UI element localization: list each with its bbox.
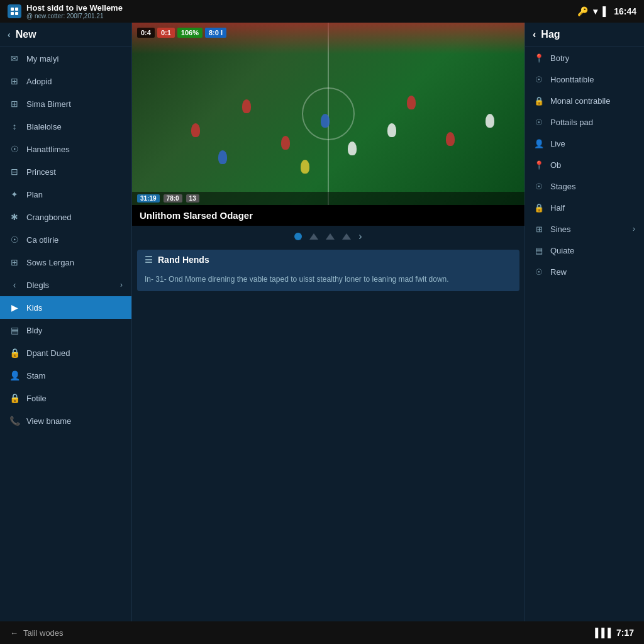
sidebar-item-icon-10: ‹ <box>9 279 20 291</box>
sidebar-item-icon-7: ✱ <box>9 211 20 223</box>
sidebar-item-label-16: View bname <box>26 416 123 426</box>
sidebar-item-icon-5: ⊟ <box>9 166 20 177</box>
sidebar-item-5[interactable]: ⊟ Princest <box>0 160 131 183</box>
back-chevron[interactable]: ‹ <box>8 30 11 40</box>
host-icon <box>8 4 21 18</box>
sidebar-item-icon-0: ✉ <box>9 53 20 64</box>
sidebar-item-9[interactable]: ⊞ Sows Lergan <box>0 251 131 274</box>
sidebar-item-label-3: Blalelolse <box>26 122 123 131</box>
video-title: Unlithom Slarsed Odager <box>140 210 253 221</box>
right-back-chevron[interactable]: ‹ <box>533 29 536 40</box>
timer-badge-1: 31:19 <box>137 194 160 203</box>
right-item-label-8: Sines <box>550 225 626 234</box>
sidebar-item-12[interactable]: ▤ Bldy <box>0 319 131 341</box>
sidebar-item-label-11: Kids <box>26 303 123 313</box>
sidebar-item-icon-8: ☉ <box>9 234 20 245</box>
sidebar-item-4[interactable]: ☉ Hanattlimes <box>0 138 131 160</box>
sidebar-item-16[interactable]: 📞 View bname <box>0 409 131 432</box>
right-item-3[interactable]: ☉ Pottails pad <box>525 111 644 133</box>
right-item-icon-5: 📍 <box>534 160 544 170</box>
signal-icon: ▌ <box>602 6 609 16</box>
left-sidebar: ‹ New ✉ My malyi ⊞ Adopid ⊞ Sima Bimert … <box>0 23 132 621</box>
host-info: Host sidd to ive Welleme @ new.cotter: 2… <box>26 3 123 19</box>
player-11 <box>486 114 494 128</box>
key-icon: 🔑 <box>577 6 588 16</box>
score-1: 0:4 <box>137 28 155 38</box>
sidebar-item-8[interactable]: ☉ Ca otlirie <box>0 228 131 251</box>
sidebar-item-1[interactable]: ⊞ Adopid <box>0 70 131 92</box>
player-1 <box>191 123 200 137</box>
main-layout: ‹ New ✉ My malyi ⊞ Adopid ⊞ Sima Bimert … <box>0 23 644 621</box>
right-item-icon-7: 🔒 <box>534 203 544 213</box>
right-item-icon-4: 👤 <box>534 138 544 148</box>
right-item-2[interactable]: 🔒 Monal contrabile <box>525 90 644 111</box>
right-item-icon-3: ☉ <box>534 117 544 127</box>
sidebar-item-6[interactable]: ✦ Plan <box>0 183 131 206</box>
sidebar-item-11[interactable]: ▶ Kids <box>0 296 131 319</box>
sidebar-item-15[interactable]: 🔒 Fotile <box>0 387 131 409</box>
bottom-time: 7:17 <box>616 628 634 638</box>
right-item-chevron-8: › <box>633 225 635 233</box>
content-item-icon: ☰ <box>145 255 153 265</box>
right-sidebar-items: 📍 Botry ☉ Hoonttatible 🔒 Monal contrabil… <box>525 47 644 282</box>
player-8 <box>407 96 416 109</box>
sidebar-item-13[interactable]: 🔒 Dpant Dued <box>0 341 131 364</box>
content-item-body: In- 31- Ond Mome direning the vable tape… <box>137 270 519 291</box>
score-3: 106% <box>177 28 203 38</box>
right-item-1[interactable]: ☉ Hoonttatible <box>525 69 644 90</box>
video-wrapper: 0:4 0:1 106% 8:0 I 31:19 78:0 13 Unlitho… <box>132 23 525 226</box>
right-item-0[interactable]: 📍 Botry <box>525 47 644 69</box>
sidebar-item-icon-9: ⊞ <box>9 257 20 268</box>
carousel-dot-1[interactable] <box>294 233 302 240</box>
right-item-9[interactable]: ▤ Quiate <box>525 240 644 261</box>
right-item-7[interactable]: 🔒 Half <box>525 197 644 218</box>
carousel-dot-2[interactable] <box>309 233 318 240</box>
score-2: 0:1 <box>157 28 175 38</box>
sidebar-item-2[interactable]: ⊞ Sima Bimert <box>0 92 131 115</box>
sidebar-item-icon-11: ▶ <box>9 302 20 313</box>
sidebar-item-14[interactable]: 👤 Stam <box>0 364 131 387</box>
right-item-10[interactable]: ☉ Rew <box>525 261 644 282</box>
sidebar-item-label-2: Sima Bimert <box>26 99 123 109</box>
sidebar-item-label-0: My malyi <box>26 54 123 64</box>
bottom-right: ▌▌▌ 7:17 <box>595 628 634 638</box>
sidebar-item-3[interactable]: ↕ Blalelolse <box>0 115 131 138</box>
right-item-8[interactable]: ⊞ Sines › <box>525 218 644 240</box>
right-item-icon-2: 🔒 <box>534 96 544 106</box>
right-item-5[interactable]: 📍 Ob <box>525 154 644 175</box>
sidebar-item-7[interactable]: ✱ Crangboned <box>0 206 131 228</box>
right-item-6[interactable]: ☉ Stages <box>525 175 644 197</box>
timer-badge-3: 13 <box>186 194 199 203</box>
carousel-dot-4[interactable] <box>342 233 351 240</box>
right-item-icon-10: ☉ <box>534 267 544 277</box>
sidebar-item-0[interactable]: ✉ My malyi <box>0 47 131 70</box>
player-9 <box>446 132 455 146</box>
sidebar-item-icon-4: ☉ <box>9 143 20 155</box>
right-item-4[interactable]: 👤 Live <box>525 133 644 154</box>
right-item-icon-6: ☉ <box>534 181 544 191</box>
sidebar-item-label-4: Hanattlimes <box>26 145 123 154</box>
sidebar-item-10[interactable]: ‹ Dlegls › <box>0 274 131 296</box>
content-item-header: ☰ Rand Hends <box>137 250 519 270</box>
right-item-label-6: Stages <box>550 182 635 191</box>
player-4 <box>218 150 227 164</box>
carousel-next[interactable]: › <box>358 231 362 242</box>
right-item-label-0: Botry <box>550 53 635 63</box>
sidebar-heading: New <box>16 29 36 40</box>
right-item-label-2: Monal contrabile <box>550 96 635 106</box>
players-layer <box>132 23 525 205</box>
right-item-label-10: Rew <box>550 267 635 277</box>
sidebar-item-label-10: Dlegls <box>26 280 114 290</box>
sidebar-item-label-5: Princest <box>26 167 123 177</box>
content-item-title: Rand Hends <box>158 255 209 265</box>
back-arrow-icon[interactable]: ← <box>10 628 18 638</box>
right-item-icon-8: ⊞ <box>534 224 544 234</box>
svg-rect-3 <box>15 12 18 15</box>
status-bar-left: Host sidd to ive Welleme @ new.cotter: 2… <box>8 3 123 19</box>
scoreboard: 0:4 0:1 106% 8:0 I <box>137 28 226 38</box>
svg-rect-1 <box>15 8 18 11</box>
sidebar-item-label-9: Sows Lergan <box>26 258 123 267</box>
right-item-label-7: Half <box>550 203 635 213</box>
sidebar-item-chevron-10: › <box>120 280 123 289</box>
carousel-dot-3[interactable] <box>326 233 335 240</box>
